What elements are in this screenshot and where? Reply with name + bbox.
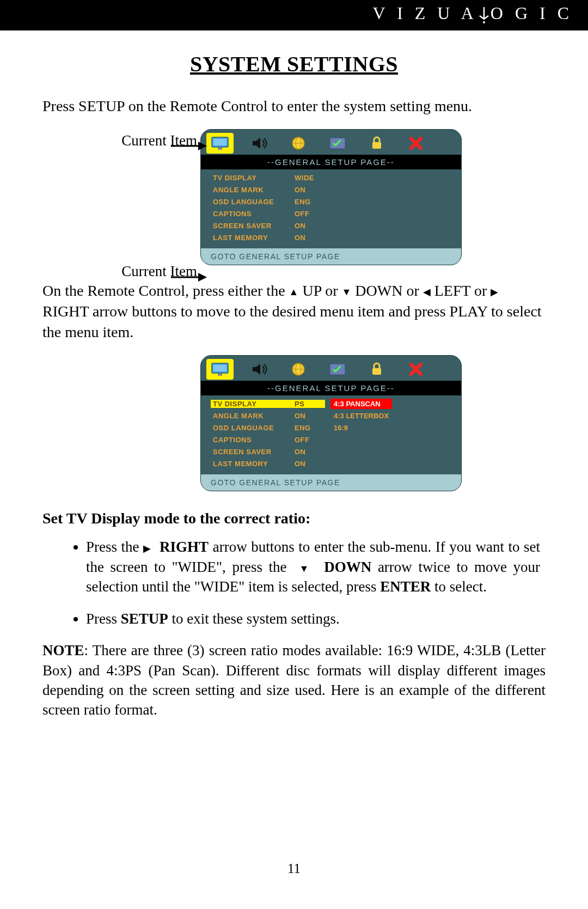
text: Press the (86, 539, 143, 555)
note-paragraph: NOTE: There are three (3) screen ratio m… (42, 640, 546, 720)
left-arrow-icon: ◀ (423, 285, 431, 298)
intro-text: Press SETUP on the Remote Control to ent… (42, 97, 546, 115)
osd-panel-2: --GENERAL SETUP PAGE-- TV DISPLAYPS ANGL… (200, 355, 462, 491)
svg-marker-2 (198, 142, 207, 150)
svg-rect-15 (218, 374, 222, 376)
lock-icon[interactable] (363, 133, 390, 154)
right-arrow-icon: ▶ (491, 285, 498, 298)
osd-row-value: ENG (292, 198, 325, 206)
key-right: RIGHT (160, 539, 209, 555)
nav-text: LEFT or (431, 282, 491, 299)
svg-rect-12 (372, 142, 381, 149)
up-arrow-icon: ▲ (289, 285, 299, 298)
note-label: NOTE (42, 642, 84, 658)
osd-figure-1: Current Item Current Item --GENERAL SETU… (91, 129, 546, 265)
osd-row-label[interactable]: OSD LANGUAGE (211, 424, 292, 432)
osd-row-label-selected[interactable]: TV DISPLAY (211, 400, 292, 408)
osd-icon-row (201, 130, 461, 155)
osd-row-label[interactable]: LAST MEMORY (211, 234, 292, 242)
osd-row-value: ON (292, 412, 325, 420)
osd-row-label[interactable]: ANGLE MARK (211, 412, 292, 420)
submenu-item[interactable]: 16:9 (330, 423, 392, 433)
speaker-icon[interactable] (246, 133, 273, 154)
checklist-icon[interactable] (324, 359, 351, 380)
key-setup: SETUP (121, 611, 168, 627)
osd-row-value: ENG (292, 424, 325, 432)
osd-row-label[interactable]: OSD LANGUAGE (211, 198, 292, 206)
submenu-item-selected[interactable]: 4:3 PANSCAN (330, 399, 392, 409)
svg-marker-4 (198, 273, 207, 282)
osd-figure-2: --GENERAL SETUP PAGE-- TV DISPLAYPS ANGL… (91, 355, 546, 491)
osd-row-value: ON (292, 448, 325, 456)
osd-icon-row (201, 356, 461, 381)
osd-row-label[interactable]: ANGLE MARK (211, 186, 292, 194)
checklist-icon[interactable] (324, 133, 351, 154)
globe-icon[interactable] (285, 359, 312, 380)
osd-row-value: ON (292, 186, 325, 194)
osd-panel-1: --GENERAL SETUP PAGE-- TV DISPLAYWIDE AN… (200, 129, 462, 265)
right-arrow-icon: ▶ (143, 543, 151, 554)
osd-row-label[interactable]: LAST MEMORY (211, 460, 292, 468)
osd-row-label[interactable]: CAPTIONS (211, 436, 292, 444)
osd-footer: GOTO GENERAL SETUP PAGE (201, 474, 461, 491)
osd-row-value: ON (292, 460, 325, 468)
text: Press (86, 611, 121, 627)
lock-icon[interactable] (363, 359, 390, 380)
svg-rect-6 (213, 139, 226, 145)
osd-row-label[interactable]: CAPTIONS (211, 210, 292, 218)
page-title: SYSTEM SETTINGS (42, 51, 546, 77)
nav-text: On the Remote Control, press either the (42, 282, 289, 299)
osd-row-value: ON (292, 234, 325, 242)
osd-row-value: ON (292, 222, 325, 230)
svg-rect-7 (218, 148, 222, 150)
down-arrow-icon: ▼ (341, 285, 351, 298)
page-number: 11 (0, 861, 588, 876)
arrow-icon (171, 271, 207, 283)
nav-text: DOWN or (351, 282, 422, 299)
instruction-item: Press the ▶ RIGHT arrow buttons to enter… (86, 537, 546, 596)
subheading: Set TV Display mode to the correct ratio… (42, 510, 546, 527)
close-icon[interactable] (402, 133, 430, 154)
speaker-icon[interactable] (246, 359, 273, 380)
key-enter: ENTER (380, 578, 431, 595)
osd-title: --GENERAL SETUP PAGE-- (201, 381, 461, 395)
nav-text: UP or (298, 282, 341, 299)
osd-row-label[interactable]: TV DISPLAY (211, 174, 292, 182)
globe-icon[interactable] (285, 133, 312, 154)
svg-point-0 (483, 21, 485, 23)
svg-rect-20 (372, 368, 381, 375)
note-text: : There are three (3) screen ratio modes… (42, 642, 546, 718)
svg-rect-14 (213, 365, 226, 371)
navigation-instructions: On the Remote Control, press either the … (42, 280, 546, 342)
instruction-item: Press SETUP to exit these system setting… (86, 609, 546, 629)
monitor-icon[interactable] (206, 133, 234, 154)
header-bar: V I Z U AO G I C (0, 0, 588, 30)
monitor-icon[interactable] (206, 359, 234, 380)
text: to select. (431, 578, 487, 595)
osd-row-value: OFF (292, 436, 325, 444)
osd-row-label[interactable]: SCREEN SAVER (211, 448, 292, 456)
down-arrow-icon: ▼ (299, 563, 312, 574)
osd-title: --GENERAL SETUP PAGE-- (201, 155, 461, 169)
osd-row-label[interactable]: SCREEN SAVER (211, 222, 292, 230)
nav-text: RIGHT arrow buttons to move to the desir… (42, 303, 542, 340)
key-down: DOWN (318, 559, 372, 575)
close-icon[interactable] (402, 359, 430, 380)
text: to exit these system settings. (168, 611, 340, 627)
osd-footer: GOTO GENERAL SETUP PAGE (201, 248, 461, 265)
osd-row-value: WIDE (292, 174, 325, 182)
brand-logo: V I Z U AO G I C (373, 3, 573, 25)
osd-row-value-selected: PS (292, 400, 325, 408)
arrow-icon (171, 140, 207, 152)
instruction-list: Press the ▶ RIGHT arrow buttons to enter… (42, 537, 546, 629)
submenu-item[interactable]: 4:3 LETTERBOX (330, 411, 392, 421)
osd-row-value: OFF (292, 210, 325, 218)
